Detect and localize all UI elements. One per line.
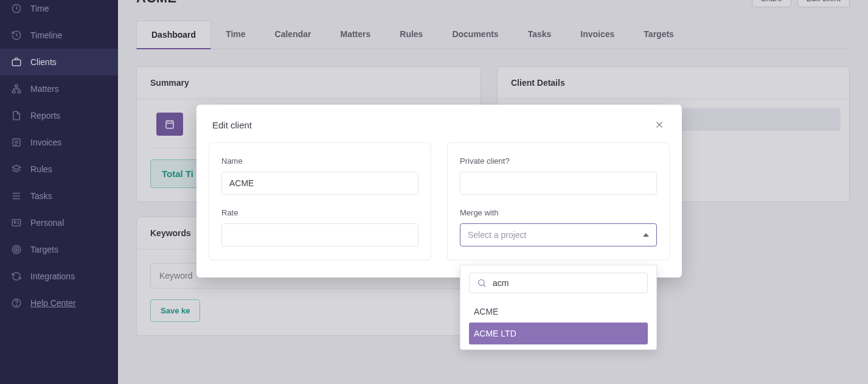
merge-label: Merge with: [460, 208, 657, 217]
merge-placeholder: Select a project: [468, 230, 527, 240]
search-icon: [477, 278, 487, 288]
name-input[interactable]: [221, 172, 418, 195]
close-icon: [654, 119, 665, 130]
rate-label: Rate: [221, 208, 418, 217]
merge-option[interactable]: ACME: [469, 301, 648, 323]
merge-option-highlight[interactable]: ACME LTD: [469, 323, 648, 344]
modal-close-button[interactable]: [653, 118, 666, 131]
name-label: Name: [221, 156, 418, 166]
merge-dropdown: ACME ACME LTD: [460, 265, 657, 350]
merge-search-input[interactable]: [493, 278, 640, 288]
private-input[interactable]: [460, 172, 657, 195]
rate-input[interactable]: [221, 223, 418, 246]
caret-up-icon: [643, 233, 649, 237]
svg-point-14: [479, 280, 484, 285]
private-label: Private client?: [460, 156, 657, 166]
merge-search[interactable]: [469, 273, 648, 293]
modal-right-panel: Private client? Merge with Select a proj…: [447, 142, 670, 260]
merge-select[interactable]: Select a project: [460, 223, 657, 246]
edit-client-modal: Edit client Name Rate Private client? Me…: [196, 105, 682, 278]
modal-left-panel: Name Rate: [209, 142, 431, 260]
modal-title: Edit client: [212, 120, 252, 130]
